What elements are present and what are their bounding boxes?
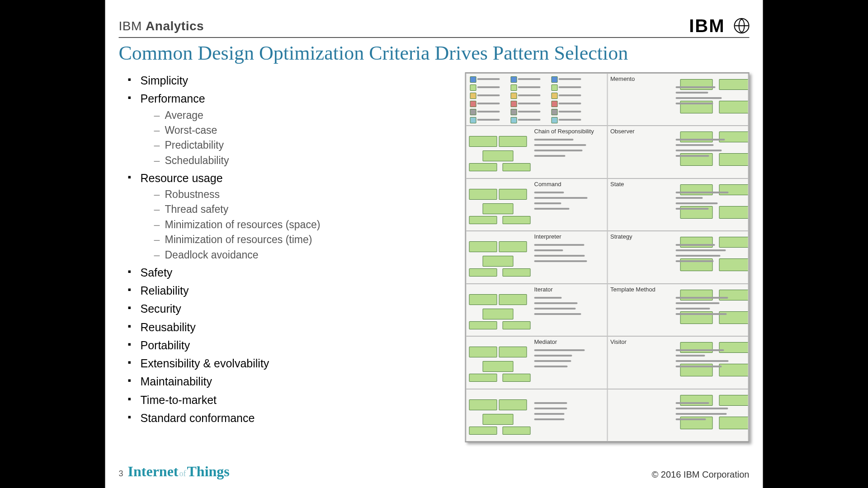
pattern-cell-memento: Memento — [607, 73, 749, 126]
pattern-cell: Iterator — [466, 284, 608, 336]
bullet-subitem: Minimization of resources (space) — [154, 217, 321, 232]
bullet-item-label: Reliability — [141, 284, 189, 297]
bullet-subitem: Robustness — [154, 187, 321, 202]
footer-left: 3 InternetofThings — [119, 463, 230, 480]
bullet-subitem: Thread safety — [154, 202, 321, 217]
bullet-item: Standard conformance — [128, 410, 321, 426]
bullet-item: Time-to-market — [128, 392, 321, 408]
slide-header: IBM Analytics IBM — [119, 18, 750, 38]
pattern-cell: Chain of Responsibility — [466, 126, 608, 178]
bullet-subitem: Deadlock avoidance — [154, 248, 321, 263]
brand-light: IBM — [119, 19, 146, 33]
pattern-cell: Visitor — [607, 336, 749, 389]
slide-title: Common Design Optimization Criteria Driv… — [119, 42, 628, 65]
bullet-item: Safety — [128, 264, 321, 281]
bullet-subitem: Schedulability — [154, 153, 321, 168]
iot-of: of — [179, 469, 186, 478]
bullet-item-label: Extensibility & evolvability — [141, 357, 269, 370]
bullet-item: PerformanceAverageWorst-casePredictabili… — [128, 90, 321, 168]
bullet-item-label: Safety — [141, 266, 173, 279]
slide: IBM Analytics IBM Common Design Optimiza… — [105, 0, 763, 488]
bullet-item-label: Maintainability — [141, 375, 212, 388]
pattern-cell: Command — [466, 178, 608, 231]
globe-icon — [734, 18, 750, 33]
pattern-cell-legend — [466, 73, 608, 126]
brand-bold: Analytics — [146, 19, 204, 33]
pattern-cell: Strategy — [607, 231, 749, 283]
bullet-subitem: Worst-case — [154, 123, 321, 138]
copyright: © 2016 IBM Corporation — [652, 469, 750, 480]
bullet-item-label: Standard conformance — [141, 412, 255, 424]
bullet-item-label: Portability — [141, 339, 190, 352]
pattern-cell: Interpreter — [466, 231, 608, 283]
bullet-subitem: Minimization of resources (time) — [154, 232, 321, 247]
bullet-item-label: Reusability — [141, 321, 196, 333]
iot-internet: Internet — [128, 463, 179, 479]
pattern-cell: Mediator — [466, 336, 608, 389]
bullet-item-label: Security — [141, 302, 181, 315]
bullet-item-label: Performance — [141, 92, 205, 105]
pattern-cell — [607, 389, 749, 441]
ibm-logo: IBM — [689, 19, 727, 33]
bullet-item-label: Time-to-market — [141, 394, 217, 406]
brand: IBM Analytics — [119, 19, 204, 33]
pattern-cell: State — [607, 178, 749, 231]
pattern-cell: Observer — [607, 126, 749, 178]
page-number: 3 — [119, 469, 123, 479]
patterns-grid: MementoChain of ResponsibilityObserverCo… — [465, 72, 750, 442]
bullet-item: Maintainability — [128, 373, 321, 389]
bullet-subitem: Predictability — [154, 138, 321, 153]
bullet-item: Security — [128, 300, 321, 317]
bullet-subitem: Average — [154, 108, 321, 123]
slide-footer: 3 InternetofThings © 2016 IBM Corporatio… — [119, 463, 750, 480]
bullet-item: Simplicity — [128, 72, 321, 89]
bullet-item: Resource usageRobustnessThread safetyMin… — [128, 170, 321, 263]
logo-group: IBM — [689, 18, 749, 33]
iot-wordmark: InternetofThings — [128, 463, 230, 480]
bullet-item: Reusability — [128, 319, 321, 335]
bullet-item: Reliability — [128, 282, 321, 299]
pattern-cell: Template Method — [607, 284, 749, 336]
bullet-item-label: Simplicity — [141, 74, 189, 87]
pattern-cell — [466, 389, 608, 441]
bullet-item: Extensibility & evolvability — [128, 355, 321, 371]
bullet-list: SimplicityPerformanceAverageWorst-casePr… — [128, 72, 321, 428]
iot-things: Things — [187, 463, 229, 479]
bullet-item-label: Resource usage — [141, 172, 223, 184]
bullet-item: Portability — [128, 337, 321, 353]
